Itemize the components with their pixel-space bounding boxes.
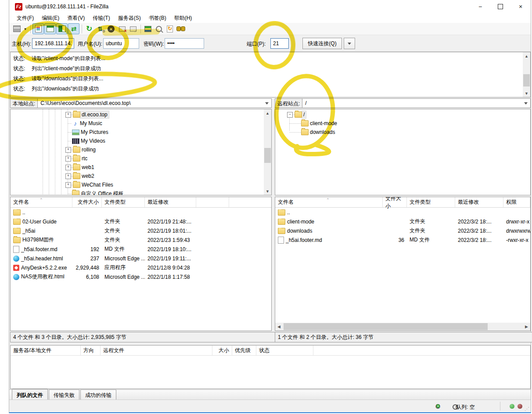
column-header-direction[interactable]: 方向 (81, 346, 101, 355)
cancel-button[interactable]: × (106, 24, 116, 34)
scroll-down-arrow[interactable]: ▼ (264, 187, 271, 195)
file-row[interactable]: .. (11, 208, 271, 217)
tree-item[interactable]: My Videos (68, 137, 107, 145)
tree-item[interactable]: −/ (287, 110, 306, 119)
file-type: 文件夹 (102, 227, 145, 234)
expand-icon[interactable]: + (65, 147, 71, 153)
process-queue-button[interactable]: ⇅⚙ (95, 24, 105, 34)
scrollbar-thumb[interactable] (284, 323, 488, 330)
tree-item[interactable]: 自定义 Office 模板 (68, 189, 125, 195)
local-tree-panel: +dl.ecoo.top ♪My Music My Pictures My Vi… (10, 109, 272, 195)
find-files-button[interactable] (176, 24, 186, 34)
expand-icon[interactable]: + (65, 112, 71, 118)
expand-icon[interactable]: + (65, 182, 71, 188)
column-header-type[interactable]: 文件类型 (407, 197, 455, 207)
local-tree-scrollbar[interactable]: ▲ ▼ (264, 109, 271, 195)
column-header-size[interactable]: 大小 (212, 346, 232, 355)
disconnect-button[interactable]: × (117, 24, 127, 34)
toggle-queue-button[interactable]: ⇄ (68, 23, 79, 34)
filter-button[interactable] (143, 24, 153, 34)
collapse-icon[interactable]: − (287, 112, 293, 118)
column-header-status[interactable]: 状态 (256, 346, 313, 355)
tree-item[interactable]: +web2 (65, 172, 96, 180)
column-header-perms[interactable]: 权限 (503, 197, 530, 207)
scroll-up-arrow[interactable]: ▲ (523, 52, 530, 60)
tree-item[interactable]: +dl.ecoo.top (65, 110, 109, 119)
tab-failed-transfers[interactable]: 传输失败 (49, 389, 79, 400)
toggle-local-tree-button[interactable] (44, 23, 56, 34)
refresh-button[interactable]: ↻ (84, 24, 94, 34)
red-led-icon (518, 404, 522, 409)
file-row[interactable]: 02-User Guide文件夹2022/1/19 21:48:... (11, 217, 271, 226)
host-input[interactable] (32, 38, 74, 49)
column-header-modified[interactable]: 最近修改 (455, 197, 503, 207)
scroll-right-arrow[interactable]: ▶ (523, 323, 530, 331)
scroll-up-arrow[interactable]: ▲ (264, 109, 271, 117)
toggle-log-button[interactable] (32, 23, 44, 34)
port-input[interactable] (270, 38, 289, 49)
tree-item-label: rtc (80, 155, 89, 162)
column-header-size[interactable]: 文件大小 (383, 197, 407, 207)
remote-horizontal-scrollbar[interactable]: ◀ ▶ (275, 323, 530, 331)
tree-item[interactable]: client-mode (290, 119, 338, 128)
menu-file[interactable]: 文件(F) (13, 14, 38, 23)
close-button[interactable]: × (510, 0, 531, 13)
expand-icon[interactable]: + (65, 165, 71, 170)
expand-icon[interactable]: + (65, 156, 71, 162)
file-row[interactable]: AnyDesk+5.2.2.exe2,929,448应用程序2021/12/8 … (11, 263, 271, 272)
compare-button[interactable] (154, 24, 164, 34)
tree-item[interactable]: downloads (290, 128, 336, 137)
quickconnect-button[interactable]: 快速连接(Q) (302, 38, 342, 49)
column-header-remote-file[interactable]: 远程文件 (101, 346, 212, 355)
local-site-combobox[interactable]: C:\Users\ecoo\Documents\dl.ecoo.top\ (38, 98, 272, 108)
column-header-size[interactable]: 文件大小 (72, 197, 102, 207)
password-input[interactable] (165, 38, 204, 49)
tree-item[interactable]: +rtc (65, 154, 89, 163)
tab-successful-transfers[interactable]: 成功的传输 (80, 389, 116, 400)
menu-edit[interactable]: 编辑(E) (38, 14, 63, 23)
scrollbar-thumb[interactable] (523, 74, 530, 86)
quickconnect-dropdown[interactable] (344, 38, 355, 49)
tree-item[interactable]: +web1 (65, 163, 96, 172)
file-row[interactable]: NAS使用教程.html6,108Microsoft Edge ...2022/… (11, 272, 271, 281)
maximize-button[interactable] (490, 0, 510, 13)
scroll-left-arrow[interactable]: ◀ (275, 323, 283, 331)
tree-item[interactable]: My Pictures (68, 128, 110, 137)
column-header-priority[interactable]: 优先级 (232, 346, 256, 355)
column-header-type[interactable]: 文件类型 (102, 197, 145, 207)
reconnect-button[interactable]: ✓ (128, 24, 138, 34)
file-row[interactable]: downloads文件夹2022/3/2 18:...drwxrwxrwx (275, 226, 530, 235)
file-row[interactable]: _h5ai文件夹2022/1/19 18:01:... (11, 226, 271, 235)
menu-transfer[interactable]: 传输(T) (89, 14, 114, 23)
file-row[interactable]: client-mode文件夹2022/3/2 18:...drwxr-xr-x (275, 217, 530, 226)
menu-help[interactable]: 帮助(H) (170, 14, 196, 23)
scroll-down-arrow[interactable]: ▼ (523, 90, 530, 97)
column-header-server-local[interactable]: 服务器/本地文件 (11, 346, 81, 355)
resize-grip[interactable]: ⋰ (525, 406, 529, 412)
site-manager-dropdown[interactable]: ▾ (22, 24, 28, 34)
file-row[interactable]: _h5ai.header.html237Microsoft Edge ...20… (11, 254, 271, 263)
menu-bookmarks[interactable]: 书签(B) (145, 14, 170, 23)
file-row[interactable]: _h5ai.footer.md36MD 文件2022/3/2 18:...-rw… (275, 235, 530, 245)
menu-view[interactable]: 查看(V) (63, 14, 89, 23)
menu-server[interactable]: 服务器(S) (114, 14, 145, 23)
column-header-name[interactable]: 文件名 (275, 197, 383, 207)
tree-item[interactable]: ♪My Music (68, 119, 104, 128)
file-row[interactable]: _h5ai.footer.md192MD 文件2022/1/19 18:10:.… (11, 245, 271, 254)
tree-item-label: WeChat Files (80, 181, 115, 188)
toggle-remote-tree-button[interactable] (56, 23, 68, 34)
scrollbar-thumb[interactable] (264, 148, 271, 163)
tab-queued-files[interactable]: 列队的文件 (12, 389, 48, 400)
gear-icon[interactable]: ⚙A (435, 403, 441, 410)
remote-site-combobox[interactable]: / (302, 98, 531, 108)
minimize-button[interactable]: − (470, 0, 490, 13)
sync-browse-button[interactable] (165, 24, 175, 34)
site-manager-button[interactable] (11, 24, 22, 34)
expand-icon[interactable]: + (65, 173, 71, 179)
tree-item[interactable]: +rolling (65, 145, 97, 154)
log-scrollbar[interactable]: ▲ ▼ (523, 52, 530, 97)
username-input[interactable] (103, 38, 139, 49)
column-header-modified[interactable]: 最近修改 (145, 197, 196, 207)
file-row[interactable]: Hi3798M固件文件夹2022/1/23 1:59:43 (11, 235, 271, 245)
tree-item[interactable]: +WeChat Files (65, 180, 115, 189)
